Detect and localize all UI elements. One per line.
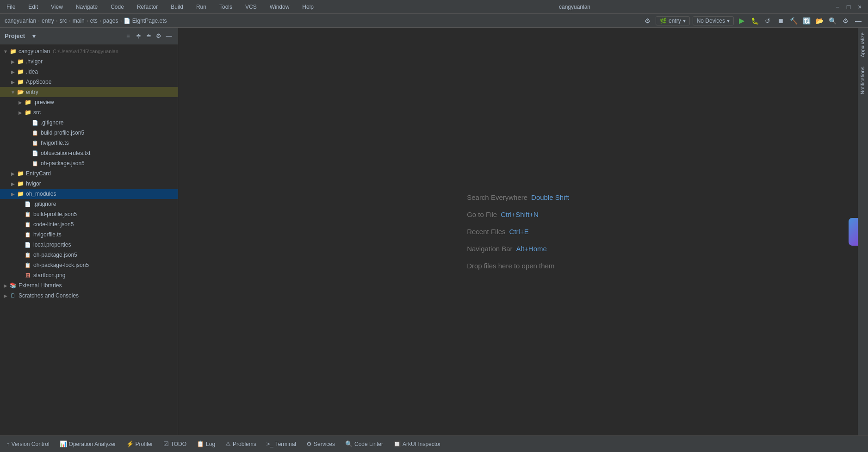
device-dropdown-icon: ▾ [727, 18, 730, 24]
close-button[interactable]: × [856, 3, 863, 11]
folder-entry-icon: 📂 [17, 88, 24, 96]
tree-item-preview[interactable]: 📁 .preview [0, 97, 178, 107]
app-menu-window[interactable]: Window [268, 3, 291, 11]
tab-problems[interactable]: ⚠ Problems [221, 438, 261, 451]
tree-item-hvigor[interactable]: 📁 .hvigor [0, 56, 178, 67]
tree-item-gitignore2[interactable]: 📄 .gitignore [0, 199, 178, 209]
tab-profiler[interactable]: ⚡ Profiler [122, 438, 158, 451]
app-menu-tools[interactable]: Tools [217, 3, 234, 11]
tree-item-cangyuanlan[interactable]: 📁 cangyuanlan C:\Users\a1745\cangyuanlan [0, 46, 178, 56]
sync-button[interactable]: 🔃 [801, 16, 812, 26]
tab-log[interactable]: 📋 Log [192, 438, 220, 451]
tree-item-oh-package-lock[interactable]: 📋 oh-package-lock.json5 [0, 260, 178, 270]
tab-code-linter[interactable]: 🔍 Code Linter [341, 438, 388, 451]
tree-arrow-hvigor2 [9, 180, 17, 187]
tree-item-scratches[interactable]: 🗒 Scratches and Consoles [0, 291, 178, 301]
tree-item-code-linter[interactable]: 📋 code-linter.json5 [0, 219, 178, 229]
tree-item-idea[interactable]: 📁 .idea [0, 67, 178, 77]
tree-item-entrycard[interactable]: 📁 EntryCard [0, 168, 178, 179]
tab-services-label: Services [314, 441, 335, 447]
minimize-button[interactable]: − [834, 3, 841, 11]
hide-button[interactable]: — [853, 16, 863, 26]
breadcrumb-entry[interactable]: entry [42, 18, 54, 24]
tree-label-local-props: local.properties [33, 241, 71, 248]
tree-item-src[interactable]: 📁 src [0, 107, 178, 118]
breadcrumb-main[interactable]: main [73, 18, 85, 24]
code-linter-icon: 🔍 [345, 440, 353, 447]
app-menu-view[interactable]: View [49, 3, 65, 11]
app-menu-run[interactable]: Run [194, 3, 208, 11]
open-file-button[interactable]: 📂 [814, 16, 825, 26]
app-menu-build[interactable]: Build [169, 3, 185, 11]
sidebar-scroll-btn[interactable]: ≐ [144, 32, 153, 40]
tree-item-obfuscation[interactable]: 📄 obfuscation-rules.txt [0, 148, 178, 158]
tree-item-build-profile2[interactable]: 📋 build-profile.json5 [0, 209, 178, 219]
entry-selector[interactable]: 🌿 entry ▾ [656, 16, 690, 25]
run-button[interactable]: ▶ [737, 16, 747, 26]
debug-button[interactable]: 🐛 [750, 16, 760, 26]
app-menu-edit[interactable]: Edit [26, 3, 40, 11]
window-title: cangyuanlan [325, 4, 825, 10]
app-menu-code[interactable]: Code [109, 3, 126, 11]
tree-item-oh-modules[interactable]: 📁 oh_modules [0, 189, 178, 199]
folder-oh-modules-icon: 📁 [17, 190, 24, 198]
sidebar-hide-btn[interactable]: — [165, 32, 173, 40]
app-menu-file[interactable]: File [5, 3, 17, 11]
arkui-inspector-icon: 🔲 [393, 440, 401, 447]
tab-todo[interactable]: ☑ TODO [159, 438, 191, 451]
tree-item-appscope[interactable]: 📁 AppScope [0, 77, 178, 87]
breadcrumb-cangyuanlan[interactable]: cangyuanlan [5, 18, 36, 24]
breadcrumb-pages[interactable]: pages [103, 18, 118, 24]
tree-arrow-src [17, 109, 24, 116]
toolbar-bar: cangyuanlan › entry › src › main › ets ›… [0, 14, 868, 28]
sidebar-settings-btn[interactable]: ⚙ [155, 32, 163, 40]
settings-gear-button[interactable]: ⚙ [643, 16, 653, 26]
sidebar-header: Project ▾ ≡ ≑ ≐ ⚙ — [0, 28, 178, 44]
tree-item-build-profile1[interactable]: 📋 build-profile.json5 [0, 128, 178, 138]
app-menu-help[interactable]: Help [300, 3, 316, 11]
tree-item-hvigor2[interactable]: 📁 hvigor [0, 179, 178, 189]
tab-version-control-label: Version Control [12, 441, 50, 447]
right-tab-appxualize[interactable]: Appxualize [858, 28, 868, 62]
rerun-button[interactable]: ↺ [763, 16, 773, 26]
tree-label-gitignore1: .gitignore [41, 119, 63, 126]
tree-item-oh-package2[interactable]: 📋 oh-package.json5 [0, 250, 178, 260]
sidebar-expand-btn[interactable]: ≑ [134, 32, 143, 40]
tree-item-starticon[interactable]: 🖼 startIcon.png [0, 270, 178, 280]
tree-item-oh-package1[interactable]: 📋 oh-package.json5 [0, 158, 178, 168]
tree-item-entry[interactable]: 📂 entry [0, 87, 178, 97]
stop-button[interactable]: ⏹ [775, 16, 786, 26]
right-tab-notifications[interactable]: Notifications [858, 62, 868, 99]
tab-arkui-inspector[interactable]: 🔲 ArkUI Inspector [389, 438, 446, 451]
maximize-button[interactable]: □ [845, 3, 852, 11]
build-button[interactable]: 🔨 [788, 16, 799, 26]
hint-recent-text: Recent Files [467, 228, 505, 235]
sidebar-collapse-all[interactable]: ≡ [124, 32, 132, 40]
tree-item-gitignore1[interactable]: 📄 .gitignore [0, 118, 178, 128]
tree-item-hvigorfile2[interactable]: 📋 hvigorfile.ts [0, 229, 178, 240]
folder-idea-icon: 📁 [17, 68, 24, 75]
app-menu-navigate[interactable]: Navigate [74, 3, 99, 11]
settings-button[interactable]: ⚙ [840, 16, 850, 26]
tree-item-hvigorfile1[interactable]: 📋 hvigorfile.ts [0, 138, 178, 148]
file-oh-package2-icon: 📋 [24, 251, 31, 259]
tree-arrow-preview [17, 99, 24, 106]
blue-circle-decoration[interactable] [849, 218, 858, 246]
breadcrumb-ets[interactable]: ets [90, 18, 98, 24]
tree-item-external-libs[interactable]: 📚 External Libraries [0, 280, 178, 291]
tree-label-appscope: AppScope [26, 79, 51, 85]
sidebar: Project ▾ ≡ ≑ ≐ ⚙ — 📁 cangyuanlan C:\Use… [0, 28, 178, 435]
tree-label-entrycard: EntryCard [26, 170, 51, 177]
sidebar-title-dropdown[interactable]: ▾ [29, 31, 39, 41]
tab-version-control[interactable]: ↑ Version Control [2, 438, 54, 451]
device-selector[interactable]: No Devices ▾ [693, 16, 734, 25]
search-everywhere-button[interactable]: 🔍 [827, 16, 837, 26]
tab-terminal[interactable]: >_ Terminal [262, 438, 301, 451]
tab-services[interactable]: ⚙ Services [302, 438, 340, 451]
tree-arrow-appscope [9, 78, 17, 86]
tree-item-local-props[interactable]: 📄 local.properties [0, 240, 178, 250]
app-menu-vcs[interactable]: VCS [243, 3, 259, 11]
breadcrumb-src[interactable]: src [60, 18, 67, 24]
tab-operation-analyzer[interactable]: 📊 Operation Analyzer [55, 438, 121, 451]
app-menu-refactor[interactable]: Refactor [135, 3, 160, 11]
